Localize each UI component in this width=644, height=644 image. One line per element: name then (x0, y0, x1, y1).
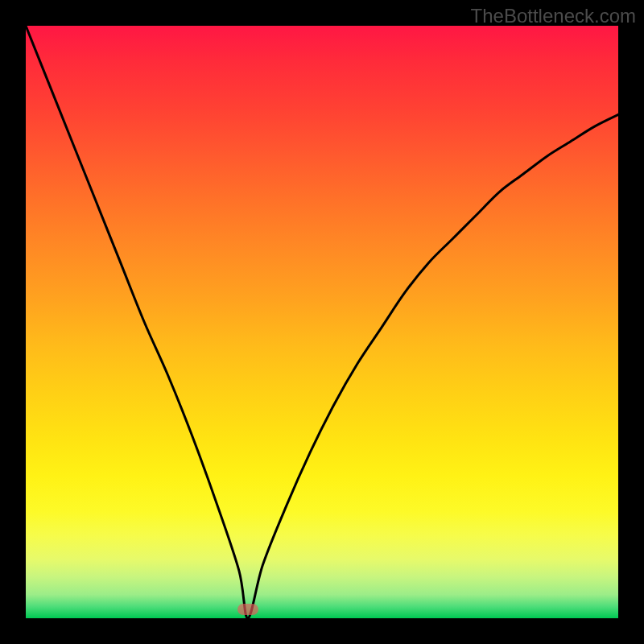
watermark-text: TheBottleneck.com (471, 5, 636, 27)
chart-frame: TheBottleneck.com (0, 0, 644, 644)
plot-area (26, 26, 618, 618)
bottleneck-curve (26, 26, 618, 618)
minimum-marker (237, 604, 258, 615)
